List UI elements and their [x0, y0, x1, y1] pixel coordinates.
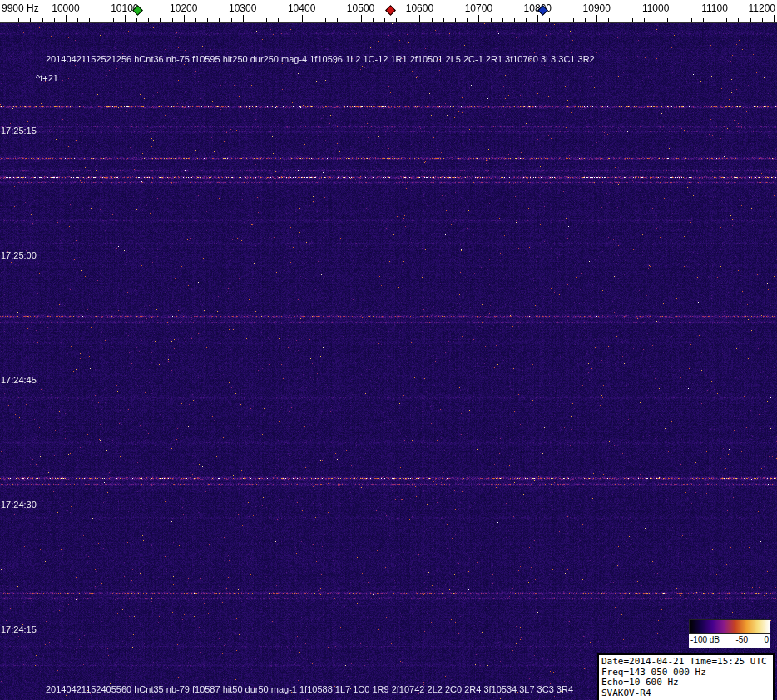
spectrogram-canvas[interactable]	[0, 23, 777, 700]
info-line: SVAKOV-R4	[601, 688, 770, 699]
info-line: Echo=10 600 Hz	[601, 678, 770, 688]
time-axis-label: 17:24:30	[1, 500, 37, 510]
event-annotation-t-marker: ^t+21	[36, 73, 58, 83]
event-annotation-top: 20140421152521256 hCnt36 nb-75 f10595 hi…	[46, 54, 595, 64]
colorbar-label: -100 dB	[690, 635, 720, 644]
time-axis-label: 17:24:15	[1, 624, 37, 634]
colorbar-label: 0	[764, 635, 769, 644]
colorbar-label: -50	[736, 635, 748, 644]
colorbar-gradient	[689, 619, 770, 634]
spectrogram-waterfall: 20140421152521256 hCnt36 nb-75 f10595 hi…	[0, 23, 777, 700]
colorbar-labels: -100 dB-500	[689, 634, 770, 644]
frequency-ruler[interactable]	[0, 0, 777, 23]
time-axis-label: 17:25:00	[1, 250, 37, 260]
info-line: Date=2014-04-21 Time=15:25 UTC	[601, 657, 770, 668]
event-annotation-bottom: 20140421152405560 hCnt35 nb-79 f10587 hi…	[46, 684, 573, 694]
db-colorbar: -100 dB-500	[689, 619, 770, 648]
spectrogram-screen: 20140421152521256 hCnt36 nb-75 f10595 hi…	[0, 0, 777, 700]
time-axis-label: 17:25:15	[1, 126, 37, 136]
time-axis-label: 17:24:45	[1, 375, 37, 385]
station-info-box: Date=2014-04-21 Time=15:25 UTCFreq=143 0…	[597, 653, 775, 700]
